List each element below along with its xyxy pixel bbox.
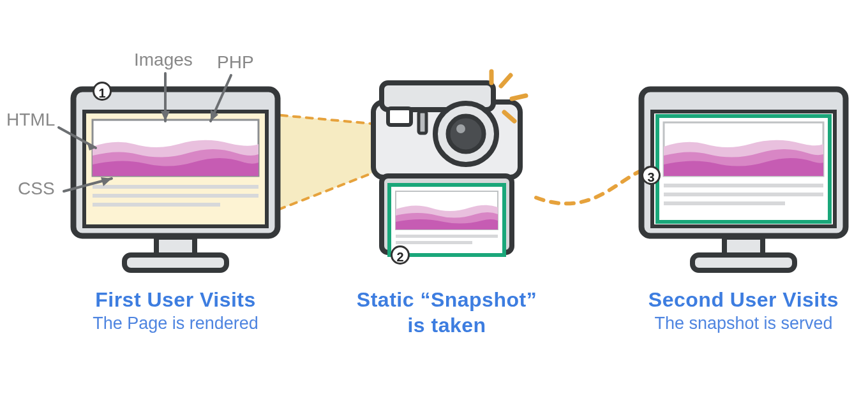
label-css: CSS <box>18 179 55 199</box>
label-html: HTML <box>6 110 55 130</box>
svg-rect-40 <box>664 201 785 205</box>
svg-rect-31 <box>396 241 472 244</box>
step2-title-l2: is taken <box>341 314 552 337</box>
svg-rect-39 <box>664 193 823 196</box>
svg-rect-30 <box>396 235 498 238</box>
monitor-1-hero <box>93 120 258 176</box>
badge-1: 1 <box>93 82 112 101</box>
label-images: Images <box>134 50 193 70</box>
badge-3: 3 <box>641 166 661 185</box>
diagram-stage: { "labels": { "html": "HTML", "images": … <box>0 0 868 401</box>
svg-rect-36 <box>692 255 795 270</box>
svg-point-22 <box>456 124 465 133</box>
svg-line-24 <box>512 96 526 99</box>
badge-2: 2 <box>391 245 410 265</box>
svg-rect-5 <box>93 185 258 189</box>
svg-rect-3 <box>124 255 227 270</box>
diagram-svg <box>0 0 868 401</box>
svg-line-23 <box>501 75 511 86</box>
step1-sub: The Page is rendered <box>70 314 281 333</box>
step3-sub: The snapshot is served <box>638 314 849 333</box>
step1-title: First User Visits <box>70 288 281 312</box>
svg-rect-19 <box>419 112 426 133</box>
step2-title-l1: Static “Snapshot” <box>341 288 552 312</box>
polaroid-photo <box>389 185 504 255</box>
monitor-2 <box>641 89 846 270</box>
monitor-2-hero <box>664 122 823 176</box>
camera <box>373 71 526 255</box>
svg-rect-18 <box>388 108 411 125</box>
label-php: PHP <box>217 52 254 73</box>
svg-rect-7 <box>93 203 220 207</box>
svg-rect-38 <box>664 184 823 187</box>
step3-title: Second User Visits <box>638 288 849 312</box>
svg-point-21 <box>448 116 484 152</box>
svg-rect-6 <box>93 194 258 198</box>
